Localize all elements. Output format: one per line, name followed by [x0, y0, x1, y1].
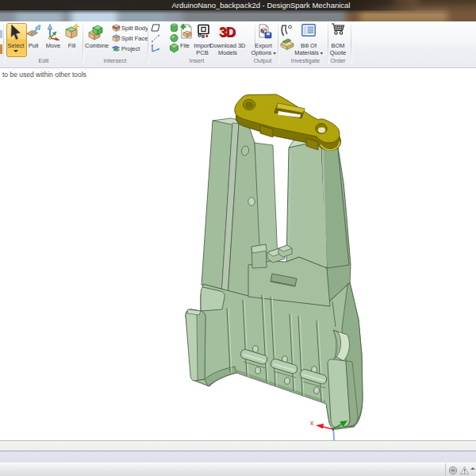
svg-text:x: x [310, 419, 314, 427]
